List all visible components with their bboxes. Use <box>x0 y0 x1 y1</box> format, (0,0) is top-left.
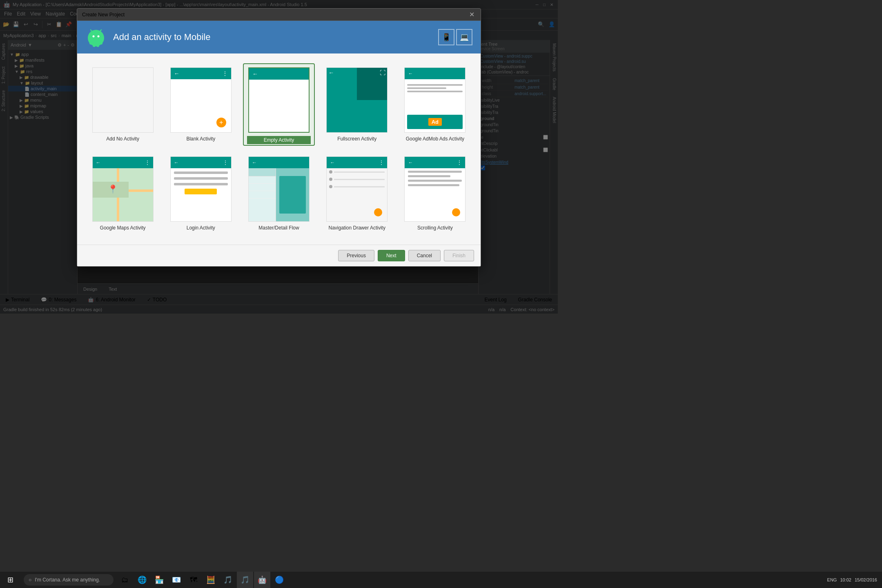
overflow-icon: ⋮ <box>379 160 384 165</box>
fullscreen-activity-thumbnail: ⛶ ← <box>326 67 388 133</box>
activity-card-blank[interactable]: ← ⋮ + Blank Activity <box>165 63 236 146</box>
scrolling-activity-label: Scrolling Activity <box>417 225 453 231</box>
activity-card-navdrawer[interactable]: ← ⋮ Navigation Drawer Activity <box>321 152 393 235</box>
ad-label: Ad <box>428 118 442 126</box>
back-arrow-icon: ← <box>96 160 101 165</box>
create-project-dialog: Create New Project ✕ Add an activity to … <box>77 8 481 267</box>
previous-button[interactable]: Previous <box>338 250 374 261</box>
md-body <box>249 168 309 221</box>
no-activity-thumbnail <box>92 67 154 133</box>
dialog-footer: Previous Next Cancel Finish <box>77 245 481 266</box>
overflow-icon: ⋮ <box>223 160 228 165</box>
activity-grid: Add No Activity ← ⋮ + Blank Activity <box>84 60 474 238</box>
back-arrow-icon: ← <box>330 160 335 165</box>
back-arrow-icon: ← <box>408 160 413 165</box>
dialog-preview-buttons: 📱 💻 <box>438 29 472 45</box>
dialog-title: Create New Project <box>82 12 125 18</box>
blank-activity-thumbnail: ← ⋮ + <box>170 67 232 133</box>
svg-rect-9 <box>96 45 99 47</box>
activity-card-masterdetail[interactable]: ← <box>243 152 314 235</box>
svg-point-2 <box>93 36 95 38</box>
navdrawer-activity-thumbnail: ← ⋮ <box>326 156 388 222</box>
masterdetail-activity-thumbnail: ← <box>248 156 310 222</box>
activity-card-fullscreen[interactable]: ⛶ ← Fullscreen Activity <box>321 63 393 146</box>
tablet-preview-btn[interactable]: 💻 <box>456 29 472 45</box>
dialog-close-button[interactable]: ✕ <box>468 11 476 18</box>
android-logo <box>85 27 107 48</box>
svg-rect-7 <box>100 39 102 45</box>
dialog-titlebar: Create New Project ✕ <box>77 9 481 21</box>
overflow-icon: ⋮ <box>222 70 228 77</box>
admob-activity-label: Google AdMob Ads Activity <box>406 136 464 142</box>
fab-icon: + <box>216 118 226 127</box>
back-arrow-icon: ← <box>252 71 258 77</box>
back-arrow-icon: ← <box>174 160 179 165</box>
svg-rect-8 <box>93 45 96 47</box>
login-activity-thumbnail: ← ⋮ <box>170 156 232 222</box>
activity-card-login[interactable]: ← ⋮ Login Activity <box>165 152 236 235</box>
navdrawer-activity-label: Navigation Drawer Activity <box>329 225 385 231</box>
svg-rect-6 <box>89 39 92 45</box>
dialog-header: Add an activity to Mobile 📱 💻 <box>77 21 481 53</box>
cancel-button[interactable]: Cancel <box>408 250 441 261</box>
dialog-overlay: Create New Project ✕ Add an activity to … <box>0 0 558 314</box>
admob-activity-thumbnail: ← Ad <box>404 67 466 133</box>
map-pin-icon: 📍 <box>108 184 118 194</box>
activity-card-empty[interactable]: ← Empty Activity <box>243 63 314 146</box>
svg-point-3 <box>98 36 100 38</box>
activity-card-admob[interactable]: ← Ad Google AdMob Ads Activity <box>399 63 471 146</box>
activity-card-no-activity[interactable]: Add No Activity <box>87 63 158 146</box>
dialog-content: Add No Activity ← ⋮ + Blank Activity <box>77 53 481 245</box>
empty-activity-label: Empty Activity <box>247 136 310 144</box>
scrolling-activity-thumbnail: ← ⋮ <box>404 156 466 222</box>
back-arrow-icon: ← <box>252 160 257 165</box>
phone-preview-btn[interactable]: 📱 <box>438 29 454 45</box>
back-icon: ← <box>328 69 334 76</box>
activity-card-scrolling[interactable]: ← ⋮ Scrolling Activity <box>399 152 471 235</box>
maps-activity-label: Google Maps Activity <box>100 225 146 231</box>
overflow-icon: ⋮ <box>145 160 150 165</box>
expand-icon: ⛶ <box>380 69 385 76</box>
back-arrow-icon: ← <box>408 71 413 76</box>
maps-activity-thumbnail: ← ⋮ 📍 <box>92 156 154 222</box>
masterdetail-activity-label: Master/Detail Flow <box>258 225 299 231</box>
no-activity-label: Add No Activity <box>106 136 139 142</box>
empty-activity-thumbnail: ← <box>248 67 310 133</box>
next-button[interactable]: Next <box>378 250 405 261</box>
login-activity-label: Login Activity <box>187 225 215 231</box>
dialog-header-title: Add an activity to Mobile <box>113 32 210 42</box>
maps-bg: 📍 <box>93 168 153 221</box>
finish-button[interactable]: Finish <box>444 250 474 261</box>
login-form <box>174 172 228 194</box>
fullscreen-activity-label: Fullscreen Activity <box>337 136 376 142</box>
blank-activity-label: Blank Activity <box>186 136 215 142</box>
back-arrow-icon: ← <box>174 70 180 77</box>
activity-card-maps[interactable]: ← ⋮ 📍 Google Maps Activity <box>87 152 158 235</box>
overflow-icon: ⋮ <box>457 160 462 165</box>
